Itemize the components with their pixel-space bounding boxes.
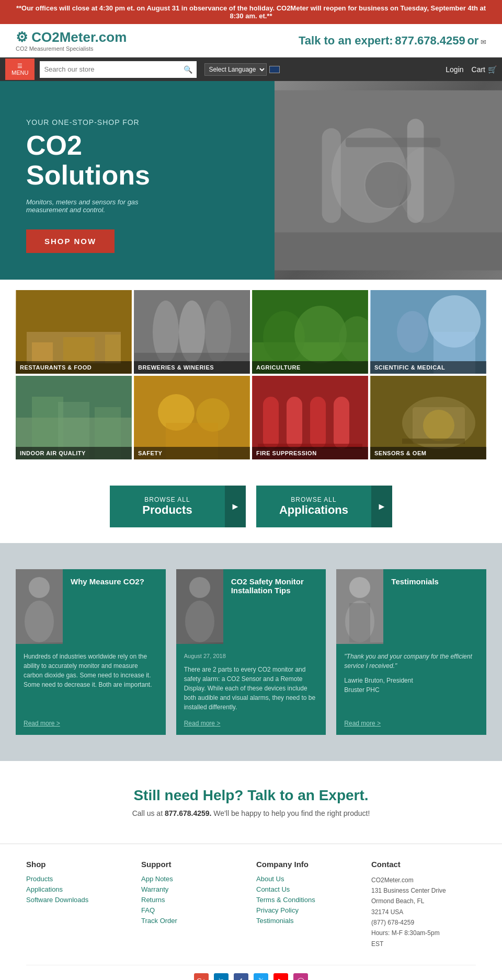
category-scientific[interactable]: SCIENTIFIC & MEDICAL [370,290,486,374]
svg-point-52 [185,601,214,642]
svg-point-48 [29,577,50,598]
svg-rect-12 [105,335,121,363]
footer-link-products[interactable]: Products [26,875,131,883]
header: ⚙ CO2Meter.com CO2 Measurement Specialis… [0,24,502,57]
card-image-woman [16,569,63,644]
banner-text: **Our offices will close at 4:30 pm et. … [16,4,486,20]
category-label: FIRE SUPPRESSION [252,447,368,459]
nav-right: Login Cart 🛒 [446,65,497,74]
or-text: or [467,34,478,47]
search-bar[interactable]: 🔍 [40,61,197,78]
category-fire[interactable]: FIRE SUPPRESSION [252,376,368,459]
category-label: SAFETY [134,447,250,459]
svg-point-26 [397,311,428,353]
footer-link-applications[interactable]: Applications [26,885,131,893]
browse-all-products-label: BROWSE ALL [120,496,214,503]
footer-link-returns[interactable]: Returns [141,896,246,904]
category-restaurants[interactable]: RESTAURANTS & FOOD [16,290,132,374]
read-more-safety-tips[interactable]: Read more > [176,720,326,735]
footer-link-about-us[interactable]: About Us [256,875,361,883]
logo-sub: CO2 Measurement Specialists [16,45,127,52]
language-dropdown[interactable]: Select Language [204,63,267,76]
category-label: INDOOR AIR QUALITY [16,447,132,459]
hero-content: YOUR ONE-STOP-SHOP FOR CO2Solutions Moni… [0,81,275,280]
read-more-testimonials[interactable]: Read more > [336,720,486,735]
card-title-why: Why Measure CO2? [71,577,158,586]
svg-rect-10 [32,342,53,363]
language-selector[interactable]: Select Language [204,63,280,76]
category-breweries[interactable]: BREWERIES & WINERIES [134,290,250,374]
footer-link-faq[interactable]: FAQ [141,906,246,914]
flag-icon [269,66,280,73]
instagram-icon[interactable]: ◯ [293,973,308,980]
svg-point-49 [25,601,54,642]
footer-link-track-order[interactable]: Track Order [141,917,246,925]
shop-now-button[interactable]: SHOP NOW [26,229,115,253]
help-text: Call us at 877.678.4259. We'll be happy … [16,809,486,817]
footer-link-warranty[interactable]: Warranty [141,885,246,893]
browse-products-button[interactable]: BROWSE ALL Products ► [110,486,246,527]
read-more-why[interactable]: Read more > [16,720,166,735]
footer-link-software-downloads[interactable]: Software Downloads [26,896,131,904]
help-title: Still need Help? Talk to an Expert. [16,787,486,804]
navbar: ☰MENU 🔍 Select Language Login Cart 🛒 [0,57,502,81]
info-card-safety-tips: CO2 Safety Monitor Installation Tips Aug… [176,569,326,735]
google-plus-icon[interactable]: G+ [194,973,209,980]
hero-eyebrow: YOUR ONE-STOP-SHOP FOR [26,118,254,126]
logo[interactable]: ⚙ CO2Meter.com CO2 Measurement Specialis… [16,29,127,52]
footer-link-terms[interactable]: Terms & Conditions [256,896,361,904]
login-link[interactable]: Login [446,65,463,74]
svg-rect-40 [334,397,349,449]
category-label: BREWERIES & WINERIES [134,361,250,374]
info-cards: Why Measure CO2? Hundreds of industries … [16,569,486,735]
svg-rect-7 [275,233,502,271]
help-section: Still need Help? Talk to an Expert. Call… [0,761,502,844]
cart-button[interactable]: Cart 🛒 [472,65,497,74]
card-title-testimonials: Testimonials [391,577,478,586]
logo-text: ⚙ CO2Meter.com [16,29,127,45]
category-sensors[interactable]: SENSORS & OEM [370,376,486,459]
menu-button[interactable]: ☰MENU [5,59,35,80]
search-icon[interactable]: 🔍 [184,65,192,74]
card-title-safety-tips: CO2 Safety Monitor Installation Tips [231,577,318,595]
footer: Shop Products Applications Software Down… [0,844,502,981]
footer-contact-info: CO2Meter.com 131 Business Center Drive O… [371,875,476,950]
footer-link-contact-us[interactable]: Contact Us [256,885,361,893]
category-safety[interactable]: SAFETY [134,376,250,459]
footer-col-company: Company Info About Us Contact Us Terms &… [256,860,361,950]
svg-rect-56 [349,603,370,642]
svg-rect-39 [310,397,326,449]
search-input[interactable] [44,65,184,73]
footer-heading-company: Company Info [256,860,361,869]
card-body-why: Hundreds of industries worldwide rely on… [16,644,166,720]
footer-link-privacy-policy[interactable]: Privacy Policy [256,906,361,914]
hero-section: YOUR ONE-STOP-SHOP FOR CO2Solutions Moni… [0,81,502,280]
linkedin-icon[interactable]: in [214,973,229,980]
footer-heading-shop: Shop [26,860,131,869]
browse-section: BROWSE ALL Products ► BROWSE ALL Applica… [0,470,502,543]
svg-point-54 [349,577,370,598]
phone-number[interactable]: 877.678.4259 [395,34,465,47]
footer-link-testimonials[interactable]: Testimonials [256,917,361,925]
card-image-suit [336,569,383,644]
hero-title: CO2Solutions [26,131,254,190]
svg-point-51 [189,577,210,598]
category-indoor[interactable]: INDOOR AIR QUALITY [16,376,132,459]
twitter-icon[interactable]: 𝕏 [254,973,268,980]
info-section: Why Measure CO2? Hundreds of industries … [0,543,502,761]
category-grid: RESTAURANTS & FOOD BREWERIES & WINERIES … [0,280,502,470]
category-label: AGRICULTURE [252,361,368,374]
help-phone[interactable]: 877.678.4259. [165,809,212,817]
svg-point-6 [364,162,412,209]
svg-rect-3 [322,128,341,223]
footer-link-app-notes[interactable]: App Notes [141,875,246,883]
footer-col-support: Support App Notes Warranty Returns FAQ T… [141,860,246,950]
youtube-icon[interactable]: ▶ [273,973,288,980]
browse-products-arrow: ► [225,486,246,527]
facebook-icon[interactable]: f [234,973,248,980]
browse-applications-button[interactable]: BROWSE ALL Applications ► [256,486,392,527]
category-label: RESTAURANTS & FOOD [16,361,132,374]
footer-heading-contact: Contact [371,860,476,869]
svg-rect-5 [346,137,440,147]
category-agriculture[interactable]: AGRICULTURE [252,290,368,374]
